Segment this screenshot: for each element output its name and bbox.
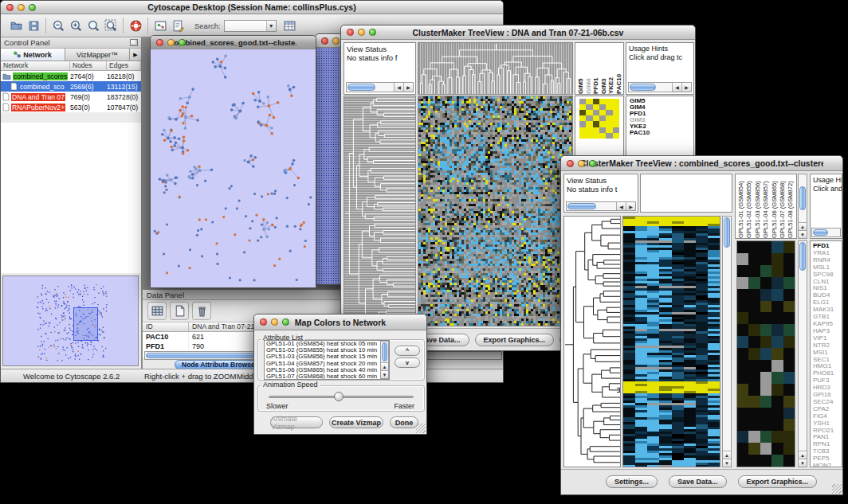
- tv1-usage-hscrollbar-thumb[interactable]: [630, 84, 656, 91]
- scroll-right-icon[interactable]: ▶: [681, 83, 691, 92]
- network-row-combined-sco[interactable]: combined_sco2569(6)13112(15): [1, 81, 141, 92]
- minimize-button[interactable]: [578, 160, 585, 167]
- network-row-rnapubernov2[interactable]: RNAPuberNov2+563(0)107847(0): [1, 102, 141, 112]
- tv2-usage-hscrollbar-thumb[interactable]: [813, 229, 828, 236]
- tab-overflow-arrow[interactable]: ▶: [130, 49, 141, 61]
- zoom-button[interactable]: [179, 39, 186, 46]
- attribute-list-scrollbar[interactable]: ▲▼: [380, 341, 389, 379]
- scroll-right-icon[interactable]: ▶: [626, 202, 635, 210]
- scroll-up-icon[interactable]: ▲: [381, 362, 388, 370]
- zoom-button[interactable]: [29, 4, 36, 11]
- tab-network[interactable]: Network: [1, 49, 65, 61]
- minimize-button[interactable]: [18, 4, 25, 11]
- scroll-down-icon[interactable]: ▼: [381, 370, 388, 378]
- tab-vizmapper[interactable]: VizMapper™: [65, 49, 130, 61]
- annotation-icon[interactable]: [169, 17, 186, 34]
- node-attribute-browser-button[interactable]: Node Attribute Browser: [175, 360, 265, 369]
- tv2-row-dendrogram[interactable]: [563, 216, 621, 467]
- create-vizmap-button[interactable]: Create Vizmap: [329, 416, 383, 428]
- scroll-up-icon[interactable]: ▲: [799, 222, 807, 230]
- attribute-table-icon[interactable]: [147, 302, 167, 320]
- delete-attribute-icon[interactable]: [192, 302, 211, 320]
- tv2-labels-scrollbar-thumb[interactable]: [799, 186, 806, 210]
- minimize-button[interactable]: [358, 29, 365, 36]
- treeview2-titlebar[interactable]: ClusterMaker TreeView : combined_scores_…: [561, 156, 842, 171]
- tv2-column-dendrogram[interactable]: [640, 174, 732, 213]
- column-nodes[interactable]: Nodes: [70, 61, 107, 70]
- done-button[interactable]: Done: [390, 416, 418, 428]
- import-table-icon[interactable]: [281, 17, 299, 34]
- tv1-gene-pac10[interactable]: PAC10: [630, 130, 693, 136]
- network-row-combined-scores[interactable]: combined_scores2764(0)16218(0): [1, 71, 141, 81]
- tv2-heatmap-scrollbar-thumb[interactable]: [724, 217, 730, 248]
- tv2-zoom-scrollbar[interactable]: ▲▼: [798, 240, 807, 467]
- network-tree-area[interactable]: [1, 123, 141, 273]
- zoom-in-icon[interactable]: [67, 17, 84, 34]
- tv2-export-graphics-button[interactable]: Export Graphics...: [738, 475, 818, 488]
- scroll-up-icon[interactable]: ▲: [799, 451, 807, 459]
- scroll-down-icon[interactable]: ▼: [799, 459, 807, 467]
- scroll-down-icon[interactable]: ▼: [723, 459, 731, 467]
- scroll-down-icon[interactable]: ▼: [799, 230, 807, 238]
- column-edges[interactable]: Edges: [107, 61, 141, 70]
- tv1-heatmap[interactable]: [418, 96, 573, 326]
- move-down-button[interactable]: v: [395, 357, 420, 368]
- tv2-heatmap[interactable]: [622, 216, 720, 467]
- tv1-status-hscrollbar-thumb[interactable]: [347, 84, 375, 91]
- tv2-zoom-scrollbar-thumb[interactable]: [799, 242, 806, 271]
- close-button[interactable]: [6, 4, 14, 11]
- search-input[interactable]: ▼: [224, 20, 277, 32]
- tv2-column-labels-panel[interactable]: GPL51-01 (GSM854)GPL51-02 (GSM855)GPL51-…: [735, 174, 797, 239]
- animate-vizmap-button[interactable]: Animate Vizmap: [270, 416, 323, 428]
- tv2-gene-list-panel[interactable]: PFD1YRA1RNR4MSL1SPC98CLN1NIS1BUD4ELG1MAK…: [810, 240, 842, 467]
- save-session-icon[interactable]: [25, 17, 42, 34]
- tv2-status-hscrollbar-thumb[interactable]: [567, 203, 596, 209]
- main-titlebar[interactable]: Cytoscape Desktop (Session Name: collins…: [1, 1, 503, 14]
- column-id[interactable]: ID: [143, 322, 189, 331]
- attribute-list-scrollbar-thumb[interactable]: [382, 342, 387, 361]
- help-icon[interactable]: [127, 17, 144, 34]
- scroll-up-icon[interactable]: ▲: [723, 451, 731, 459]
- scroll-left-icon[interactable]: ◀: [616, 202, 626, 210]
- zoom-selected-icon[interactable]: [102, 17, 120, 34]
- zoom-fit-icon[interactable]: [84, 17, 102, 34]
- animation-speed-slider-thumb[interactable]: [334, 392, 344, 401]
- tv2-gene-mon2[interactable]: MON2: [813, 463, 842, 467]
- tv1-column-dendrogram[interactable]: [418, 42, 573, 95]
- new-attribute-icon[interactable]: [170, 302, 189, 320]
- network-table-header[interactable]: Network Nodes Edges: [1, 61, 141, 71]
- close-button[interactable]: [321, 37, 328, 45]
- network-view-titlebar[interactable]: combined_scores_good.txt--cluste...: [151, 36, 316, 49]
- network-canvas[interactable]: [151, 49, 316, 287]
- column-network[interactable]: Network: [1, 61, 70, 70]
- network-overview[interactable]: [2, 275, 139, 366]
- tv2-save-data-button[interactable]: Save Data...: [669, 475, 727, 488]
- attribute-list[interactable]: GPL51-01 (GSM854) heat shock 05 minGPL51…: [264, 340, 390, 380]
- tv2-zoom-matrix[interactable]: [736, 240, 795, 467]
- tv1-column-labels-panel[interactable]: GIM5GIM4PFD1GIM3YKE2PAC10: [575, 42, 624, 95]
- zoom-out-icon[interactable]: [49, 17, 67, 34]
- close-button[interactable]: [567, 160, 574, 167]
- tv2-heatmap-scrollbar[interactable]: ▲▼: [722, 216, 732, 467]
- tv1-export-graphics-button[interactable]: Export Graphics...: [475, 334, 555, 346]
- close-button[interactable]: [156, 39, 163, 46]
- tv2-usage-hscrollbar[interactable]: [811, 228, 841, 237]
- minimize-button[interactable]: [271, 318, 278, 326]
- scroll-left-icon[interactable]: ◀: [394, 83, 403, 92]
- treeview1-titlebar[interactable]: ClusterMaker TreeView : DNA and Tran 07-…: [341, 25, 695, 40]
- tv1-usage-hscrollbar[interactable]: ◀▶: [628, 82, 692, 92]
- zoom-button[interactable]: [369, 29, 376, 36]
- close-button[interactable]: [260, 318, 267, 326]
- tv1-status-hscrollbar[interactable]: ◀▶: [346, 82, 414, 92]
- tv2-settings-button[interactable]: Settings...: [606, 475, 658, 488]
- dialog-titlebar[interactable]: Map Colors to Network: [254, 315, 426, 330]
- move-up-button[interactable]: ^: [395, 346, 420, 356]
- overview-viewport-rect[interactable]: [73, 307, 98, 341]
- scroll-left-icon[interactable]: ◀: [672, 83, 681, 92]
- zoom-button[interactable]: [589, 160, 596, 167]
- resize-grip[interactable]: [416, 424, 426, 433]
- scroll-right-icon[interactable]: ▶: [403, 83, 413, 92]
- tv1-row-dendrogram[interactable]: [344, 96, 416, 326]
- attribute-item-5[interactable]: GPL51-07 (GSM868) heat shock 60 min: [265, 373, 389, 380]
- minim ize-button[interactable]: [167, 39, 175, 46]
